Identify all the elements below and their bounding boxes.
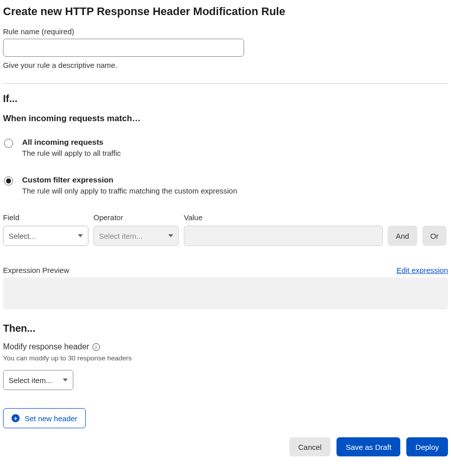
operator-select[interactable]: Select item... — [93, 226, 179, 246]
edit-expression-link[interactable]: Edit expression — [396, 266, 448, 274]
radio-custom-desc: The rule will only apply to traffic matc… — [22, 186, 237, 195]
cancel-button[interactable]: Cancel — [289, 437, 331, 456]
radio-custom-title: Custom filter expression — [22, 175, 237, 184]
radio-custom-expression[interactable] — [4, 176, 13, 185]
or-button[interactable]: Or — [422, 226, 447, 246]
and-button[interactable]: And — [388, 226, 417, 246]
field-select[interactable]: Select... — [3, 226, 88, 246]
set-new-header-label: Set new header — [25, 414, 77, 423]
radio-all-title: All incoming requests — [22, 138, 121, 147]
expression-preview-label: Expression Preview — [3, 266, 69, 274]
chevron-down-icon — [63, 378, 68, 382]
then-title: Then... — [3, 323, 448, 334]
plus-circle-icon: + — [12, 414, 20, 422]
info-icon[interactable]: i — [92, 343, 100, 351]
value-label: Value — [184, 213, 383, 222]
operator-select-text: Select item... — [99, 232, 143, 240]
deploy-button[interactable]: Deploy — [406, 437, 448, 456]
chevron-down-icon — [78, 234, 83, 237]
header-action-select[interactable]: Select item... — [3, 370, 73, 390]
expression-preview-box — [3, 277, 448, 310]
section-divider — [3, 83, 448, 84]
radio-all-requests[interactable] — [4, 139, 13, 148]
rule-name-label: Rule name (required) — [3, 27, 448, 36]
field-select-text: Select... — [9, 232, 36, 240]
save-draft-button[interactable]: Save as Draft — [336, 437, 400, 456]
set-new-header-button[interactable]: + Set new header — [3, 408, 86, 428]
rule-name-input[interactable] — [3, 39, 244, 57]
radio-all-desc: The rule will apply to all traffic — [22, 149, 121, 157]
operator-label: Operator — [93, 213, 179, 222]
if-subtitle: When incoming requests match… — [3, 114, 448, 124]
chevron-down-icon — [168, 234, 173, 237]
radio-selected-dot-icon — [6, 178, 11, 183]
if-title: If... — [3, 93, 448, 105]
modify-header-label: Modify response header — [3, 342, 89, 351]
header-action-select-text: Select item... — [9, 376, 52, 385]
field-label: Field — [3, 213, 88, 222]
value-input[interactable] — [184, 226, 383, 246]
rule-name-help: Give your rule a descriptive name. — [3, 61, 448, 69]
modify-header-help: You can modify up to 30 response headers — [3, 354, 448, 362]
page-title: Create new HTTP Response Header Modifica… — [3, 5, 448, 18]
